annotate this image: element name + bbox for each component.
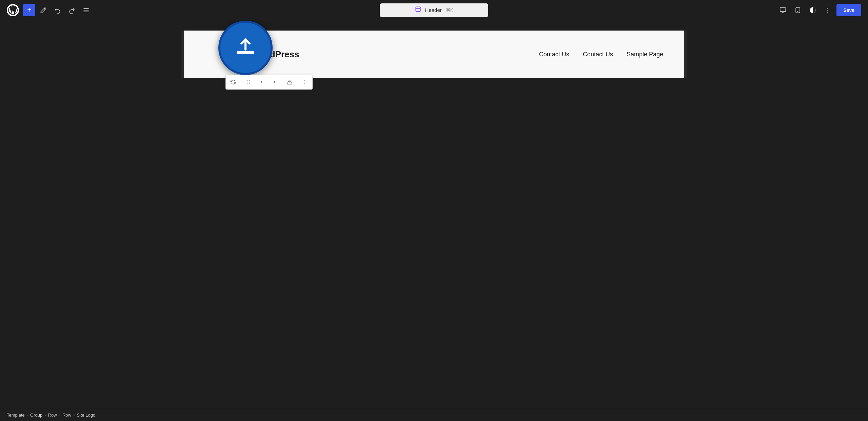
svg-point-20	[248, 83, 248, 84]
breadcrumb-sep-2: ›	[44, 413, 46, 418]
block-more-button[interactable]	[299, 76, 311, 88]
toolbar-left: +	[7, 4, 290, 16]
header-pill-shortcut: ⌘K	[446, 7, 453, 13]
tools-button[interactable]	[37, 4, 50, 16]
top-toolbar: +	[0, 0, 868, 20]
breadcrumb-sep-4: ›	[73, 413, 75, 418]
svg-point-14	[827, 12, 828, 13]
save-button[interactable]: Save	[836, 4, 861, 16]
breadcrumb-group[interactable]: Group	[30, 413, 42, 418]
nav-item-contact-us-2[interactable]: Contact Us	[583, 51, 613, 58]
undo-button[interactable]	[52, 4, 64, 16]
desktop-view-button[interactable]	[777, 4, 789, 16]
svg-point-10	[798, 11, 798, 12]
nav-item-sample-page[interactable]: Sample Page	[627, 51, 663, 58]
svg-point-18	[248, 82, 248, 82]
nav-item-contact-us-1[interactable]: Contact Us	[539, 51, 569, 58]
breadcrumb-sep-1: ›	[27, 413, 28, 418]
block-next-button[interactable]	[268, 76, 280, 88]
toolbar-divider-3	[297, 78, 297, 86]
breadcrumb-sep-3: ›	[59, 413, 60, 418]
bottom-breadcrumb: Template › Group › Row › Row › Site Logo	[0, 409, 868, 421]
left-border-bar	[181, 31, 184, 78]
wp-logo[interactable]	[7, 4, 19, 16]
block-prev-button[interactable]	[255, 76, 268, 88]
header-pill[interactable]: Header ⌘K	[380, 3, 488, 17]
canvas-area: y WordPress Contact Us Contact Us Sample…	[0, 20, 868, 409]
svg-point-19	[249, 82, 250, 82]
svg-point-13	[827, 9, 828, 11]
svg-point-12	[827, 7, 828, 8]
svg-point-21	[249, 83, 250, 84]
block-rotate-button[interactable]	[227, 76, 239, 88]
toolbar-center: Header ⌘K	[293, 3, 576, 17]
breadcrumb-site-logo[interactable]: Site Logo	[77, 413, 95, 418]
style-toggle-button[interactable]	[807, 4, 819, 16]
toolbar-divider-2	[282, 78, 282, 86]
nav-menu: Contact Us Contact Us Sample Page	[539, 51, 663, 58]
block-toolbar	[225, 75, 313, 90]
svg-rect-15	[237, 51, 254, 54]
svg-point-24	[304, 80, 305, 81]
more-options-button[interactable]	[822, 4, 834, 16]
svg-rect-6	[780, 7, 786, 12]
page-canvas: y WordPress Contact Us Contact Us Sample…	[181, 31, 687, 78]
toolbar-divider-1	[241, 78, 241, 86]
breadcrumb-row-1[interactable]: Row	[48, 413, 57, 418]
site-logo[interactable]	[218, 21, 273, 75]
tablet-view-button[interactable]	[792, 4, 804, 16]
header-pill-icon	[415, 6, 421, 14]
block-warning-button[interactable]	[283, 76, 296, 88]
header-pill-label: Header	[425, 7, 442, 13]
svg-point-26	[304, 83, 305, 84]
redo-button[interactable]	[66, 4, 78, 16]
block-drag-button[interactable]	[242, 76, 255, 88]
svg-point-16	[248, 80, 248, 81]
header-block[interactable]: y WordPress Contact Us Contact Us Sample…	[184, 31, 684, 78]
svg-point-17	[249, 80, 250, 81]
breadcrumb-row-2[interactable]: Row	[62, 413, 71, 418]
toolbar-right: Save	[578, 4, 861, 16]
add-block-button[interactable]: +	[23, 4, 35, 16]
svg-point-25	[304, 82, 305, 82]
svg-rect-4	[416, 7, 420, 12]
right-border-bar	[684, 31, 687, 78]
list-view-button[interactable]	[80, 4, 92, 16]
breadcrumb-template[interactable]: Template	[7, 413, 25, 418]
